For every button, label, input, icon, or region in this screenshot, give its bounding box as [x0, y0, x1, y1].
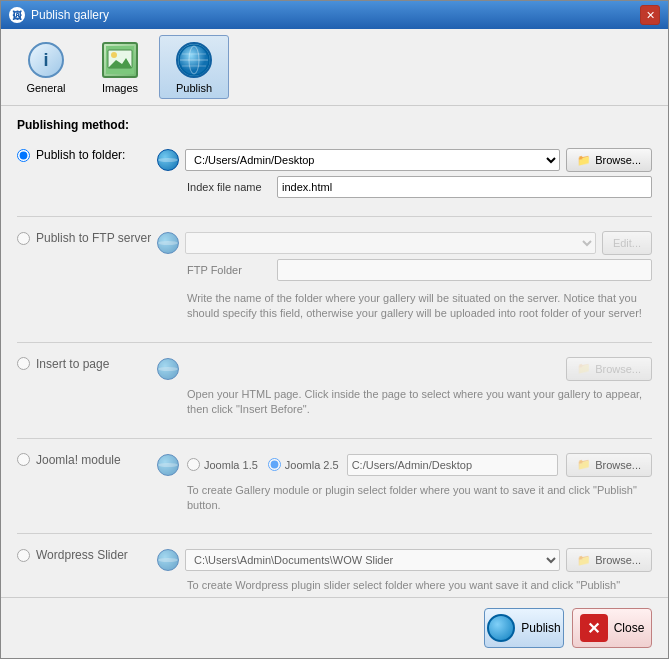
ftp-edit-label: Edit... — [613, 237, 641, 249]
option-row-wordpress: Wordpress Slider C:\Users\Admin\Document… — [17, 542, 652, 597]
ftp-folder-label: FTP Folder — [187, 264, 277, 276]
joomla-controls: Joomla 1.5 Joomla 2.5 📁 Browse... To cre… — [157, 453, 652, 520]
folder-radio-label[interactable]: Publish to folder: — [17, 148, 157, 162]
folder-browse-button[interactable]: 📁 Browse... — [566, 148, 652, 172]
ftp-description: Write the name of the folder where your … — [187, 291, 652, 322]
joomla-radio[interactable] — [17, 453, 30, 466]
joomla25-label: Joomla 2.5 — [285, 459, 339, 471]
close-button-icon: ✕ — [580, 614, 608, 642]
publish-gallery-window: 🖼 Publish gallery ✕ i General — [0, 0, 669, 659]
folder-path-row: C:/Users/Admin/Desktop 📁 Browse... — [157, 148, 652, 172]
ftp-planet-icon — [157, 232, 179, 254]
tab-images-label: Images — [102, 82, 138, 94]
tab-publish[interactable]: Publish — [159, 35, 229, 99]
divider-1 — [17, 216, 652, 217]
option-row-ftp: Publish to FTP server Edit... FTP Folder — [17, 225, 652, 334]
index-file-row: Index file name — [187, 176, 652, 198]
insert-label: Insert to page — [36, 357, 109, 371]
divider-2 — [17, 342, 652, 343]
option-row-joomla: Joomla! module Joomla 1.5 Joomla 2.5 — [17, 447, 652, 526]
images-icon — [100, 40, 140, 80]
ftp-radio[interactable] — [17, 232, 30, 245]
folder-browse-icon: 📁 — [577, 154, 591, 167]
insert-planet-icon — [157, 358, 179, 380]
wordpress-label: Wordpress Slider — [36, 548, 128, 562]
ftp-radio-label[interactable]: Publish to FTP server — [17, 231, 157, 245]
insert-path-row: 📁 Browse... — [157, 357, 652, 381]
svg-point-2 — [111, 52, 117, 58]
wordpress-radio[interactable] — [17, 549, 30, 562]
tab-publish-label: Publish — [176, 82, 212, 94]
joomla-version-group: Joomla 1.5 Joomla 2.5 — [187, 458, 339, 471]
publishing-method-title: Publishing method: — [17, 118, 652, 132]
joomla-path-row: Joomla 1.5 Joomla 2.5 📁 Browse... — [157, 453, 652, 477]
title-bar-left: 🖼 Publish gallery — [9, 7, 109, 23]
folder-controls: C:/Users/Admin/Desktop 📁 Browse... Index… — [157, 148, 652, 202]
insert-browse-icon: 📁 — [577, 362, 591, 375]
insert-controls: 📁 Browse... Open your HTML page. Click i… — [157, 357, 652, 424]
wordpress-radio-label[interactable]: Wordpress Slider — [17, 548, 157, 562]
joomla25-option[interactable]: Joomla 2.5 — [268, 458, 339, 471]
joomla-browse-icon: 📁 — [577, 458, 591, 471]
joomla-label: Joomla! module — [36, 453, 121, 467]
publish-button[interactable]: Publish — [484, 608, 564, 648]
ftp-folder-row: FTP Folder — [187, 259, 652, 281]
divider-4 — [17, 533, 652, 534]
window-icon: 🖼 — [9, 7, 25, 23]
wordpress-description: To create Wordpress plugin slider select… — [187, 578, 652, 597]
window-title: Publish gallery — [31, 8, 109, 22]
joomla25-radio[interactable] — [268, 458, 281, 471]
folder-path-dropdown[interactable]: C:/Users/Admin/Desktop — [185, 149, 560, 171]
tab-general[interactable]: i General — [11, 35, 81, 99]
index-file-input[interactable] — [277, 176, 652, 198]
ftp-edit-button[interactable]: Edit... — [602, 231, 652, 255]
wordpress-browse-label: Browse... — [595, 554, 641, 566]
wordpress-path-row: C:\Users\Admin\Documents\WOW Slider 📁 Br… — [157, 548, 652, 572]
joomla15-radio[interactable] — [187, 458, 200, 471]
joomla-browse-label: Browse... — [595, 459, 641, 471]
wordpress-browse-button[interactable]: 📁 Browse... — [566, 548, 652, 572]
close-button[interactable]: ✕ Close — [572, 608, 652, 648]
tab-images[interactable]: Images — [85, 35, 155, 99]
content-area: Publishing method: Publish to folder: C:… — [1, 106, 668, 597]
index-file-label: Index file name — [187, 181, 277, 193]
insert-browse-button[interactable]: 📁 Browse... — [566, 357, 652, 381]
ftp-path-row: Edit... — [157, 231, 652, 255]
insert-radio[interactable] — [17, 357, 30, 370]
divider-3 — [17, 438, 652, 439]
folder-radio[interactable] — [17, 149, 30, 162]
general-icon: i — [26, 40, 66, 80]
toolbar: i General Images — [1, 29, 668, 106]
folder-browse-label: Browse... — [595, 154, 641, 166]
window-close-button[interactable]: ✕ — [640, 5, 660, 25]
close-button-label: Close — [614, 621, 645, 635]
joomla-radio-label[interactable]: Joomla! module — [17, 453, 157, 467]
publish-tab-icon — [174, 40, 214, 80]
wordpress-browse-icon: 📁 — [577, 554, 591, 567]
joomla-path-input[interactable] — [347, 454, 559, 476]
ftp-label: Publish to FTP server — [36, 231, 151, 245]
ftp-path-dropdown[interactable] — [185, 232, 596, 254]
tab-general-label: General — [26, 82, 65, 94]
joomla15-label: Joomla 1.5 — [204, 459, 258, 471]
option-row-insert: Insert to page 📁 Browse... Open your HTM… — [17, 351, 652, 430]
joomla-description: To create Gallery module or plugin selec… — [187, 483, 652, 514]
publish-button-icon — [487, 614, 515, 642]
option-row-folder: Publish to folder: C:/Users/Admin/Deskto… — [17, 142, 652, 208]
joomla-browse-button[interactable]: 📁 Browse... — [566, 453, 652, 477]
insert-radio-label[interactable]: Insert to page — [17, 357, 157, 371]
folder-label: Publish to folder: — [36, 148, 125, 162]
ftp-controls: Edit... FTP Folder Write the name of the… — [157, 231, 652, 328]
joomla-planet-icon — [157, 454, 179, 476]
folder-planet-icon — [157, 149, 179, 171]
publish-button-label: Publish — [521, 621, 560, 635]
footer: Publish ✕ Close — [1, 597, 668, 658]
title-bar: 🖼 Publish gallery ✕ — [1, 1, 668, 29]
insert-browse-label: Browse... — [595, 363, 641, 375]
wordpress-controls: C:\Users\Admin\Documents\WOW Slider 📁 Br… — [157, 548, 652, 597]
wordpress-path-dropdown[interactable]: C:\Users\Admin\Documents\WOW Slider — [185, 549, 560, 571]
wordpress-planet-icon — [157, 549, 179, 571]
ftp-folder-input[interactable] — [277, 259, 652, 281]
joomla15-option[interactable]: Joomla 1.5 — [187, 458, 258, 471]
insert-description: Open your HTML page. Click inside the pa… — [187, 387, 652, 418]
